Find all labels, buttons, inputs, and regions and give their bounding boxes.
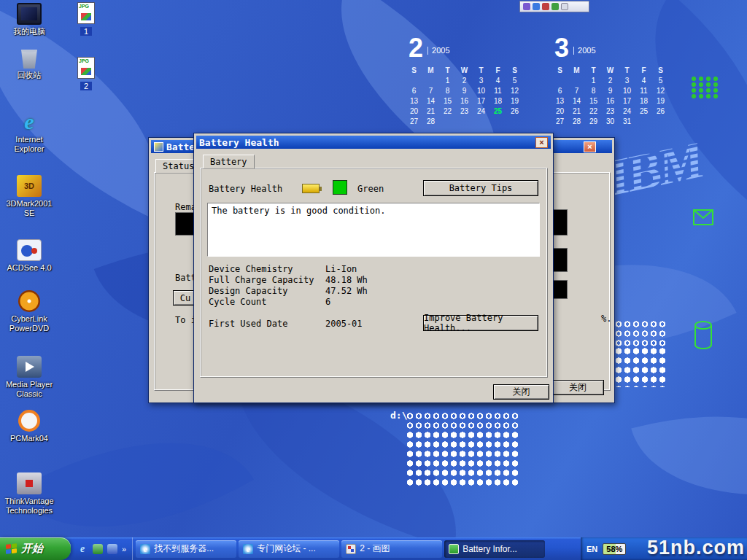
calendar-day: 11 (489, 87, 506, 96)
calendar-day: 2 (456, 77, 473, 86)
calendar-day: 27 (406, 117, 422, 127)
task-forum[interactable]: e 专门网论坛 - ... (239, 540, 339, 558)
language-indicator[interactable]: EN (587, 545, 597, 553)
desktop-icon-thinkvantage[interactable]: ThinkVantage Technologies (1, 472, 57, 516)
calendar-day: 21 (422, 107, 439, 117)
calendar-day: 17 (619, 97, 635, 106)
close-icon[interactable]: × (535, 137, 548, 148)
calendar-day: 19 (652, 97, 669, 106)
paint-icon (346, 544, 356, 554)
calendar-day: 2 (602, 77, 619, 86)
internet-explorer-icon: e (17, 111, 42, 133)
calendar-day-header: S (551, 66, 568, 76)
field-value: Li-Ion (325, 264, 357, 274)
field-label: Cycle Count (209, 297, 266, 307)
close-icon[interactable]: × (584, 141, 596, 152)
show-desktop-icon[interactable] (107, 544, 117, 554)
calendar-day: 31 (619, 117, 635, 127)
media-icon[interactable] (93, 544, 103, 554)
calendar-day: 7 (568, 87, 585, 96)
calendar-day: 13 (406, 97, 422, 106)
calendar-day: 13 (551, 97, 568, 106)
field-label: Device Chemistry (209, 264, 293, 274)
tab-battery[interactable]: Battery (203, 155, 255, 168)
field-label: Design Capacity (209, 286, 287, 296)
icon-label: Internet Explorer (1, 135, 57, 154)
desktop-icon-pcmark04[interactable]: PCMark04 (1, 410, 57, 443)
powerdvd-icon (18, 290, 40, 312)
task-paint[interactable]: 2 - 画图 (341, 540, 442, 558)
halftone-dots (406, 430, 518, 487)
health-status-swatch (333, 180, 347, 195)
internet-explorer-icon: e (243, 544, 253, 554)
calendar-day: 6 (551, 87, 568, 96)
calendar-day: 11 (635, 87, 652, 96)
calendar-day: 29 (585, 117, 602, 127)
calendar-day: 1 (439, 77, 456, 86)
desktop-icon-powerdvd[interactable]: CyberLink PowerDVD (1, 290, 57, 333)
calendar-day: 24 (619, 107, 635, 117)
desktop-icon-acdsee[interactable]: ACDSee 4.0 (1, 239, 57, 273)
task-battery-information[interactable]: Battery Infor... (444, 540, 545, 558)
field-value: 48.18 Wh (325, 275, 368, 285)
improve-battery-health-button[interactable]: Improve Battery Health... (423, 315, 538, 331)
jpg-badge: JPG (79, 4, 89, 9)
mute-icon[interactable] (542, 3, 549, 10)
calendar-day-header: M (422, 66, 439, 76)
display-icon[interactable] (551, 3, 559, 10)
icon-label: 回收站 (1, 71, 57, 80)
keyboard-icon[interactable] (561, 3, 568, 10)
envelope-icon (693, 209, 713, 228)
gauge-segment (551, 280, 568, 299)
close-button[interactable]: 关闭 (493, 384, 549, 400)
window-title: Batte (166, 141, 195, 152)
desktop-file-2[interactable]: JPG 2 (66, 57, 107, 92)
calendar-day: 15 (585, 97, 602, 106)
desktop-file-1[interactable]: JPG 1 (66, 2, 107, 37)
internet-explorer-icon: e (140, 544, 150, 554)
brightness-icon[interactable] (533, 3, 540, 10)
halftone-dots (406, 411, 518, 430)
calendar-day: 24 (473, 107, 489, 117)
condition-textbox[interactable]: The battery is in good condition. (207, 203, 540, 257)
close-button[interactable]: 关闭 (551, 380, 604, 395)
dialog-titlebar[interactable]: Battery Health (196, 136, 551, 149)
thinkvantage-icon (17, 472, 42, 494)
taskbar: 开始 e » e 找不到服务器... e 专门网论坛 - ... 2 - 画图 … (0, 537, 747, 560)
cylinder-icon (693, 319, 713, 354)
calendar-day-header: W (602, 66, 619, 76)
drive-label: d:\ (390, 410, 407, 421)
calendar-day-header: W (456, 66, 473, 76)
calendar-day (652, 117, 669, 127)
calendar-day: 28 (568, 117, 585, 127)
calendar-day-header: T (585, 66, 602, 76)
calendar-day-header: F (489, 66, 506, 76)
desktop-icon-media-player-classic[interactable]: Media Player Classic (1, 356, 57, 399)
calendar-day: 20 (406, 107, 422, 117)
calendar-day: 16 (456, 97, 473, 106)
battery-percent-indicator[interactable]: 58% (603, 543, 626, 555)
volume-icon[interactable] (523, 3, 530, 10)
calendar-day-header: S (506, 66, 523, 76)
calendar-day: 22 (439, 107, 456, 117)
desktop-icon-3dmark2001[interactable]: 3D 3DMark2001 SE (1, 175, 57, 218)
task-server-not-found[interactable]: e 找不到服务器... (136, 540, 236, 558)
watermark: 51nb.com (647, 537, 745, 559)
calendar-day: 12 (506, 87, 523, 96)
dialog-title: Battery Health (199, 137, 279, 148)
calendar-day: 20 (551, 107, 568, 117)
calendar-day: 8 (439, 87, 456, 96)
icon-label: CyberLink PowerDVD (1, 314, 57, 333)
chevron-icon[interactable]: » (122, 545, 126, 553)
start-button[interactable]: 开始 (0, 537, 71, 560)
calendar-grid: SMTWTFS123456789101112131415161718192021… (406, 66, 523, 127)
battery-tips-button[interactable]: Battery Tips (423, 180, 538, 196)
icon-label: 3DMark2001 SE (1, 199, 57, 218)
desktop-icon-recycle-bin[interactable]: 回收站 (1, 47, 57, 80)
calendar-day (506, 117, 523, 127)
pcmark-icon (18, 410, 40, 432)
internet-explorer-icon[interactable]: e (77, 543, 88, 555)
desktop-icon-my-computer[interactable]: 我的电脑 (1, 3, 57, 36)
start-label: 开始 (21, 542, 43, 556)
desktop-icon-internet-explorer[interactable]: e Internet Explorer (1, 111, 57, 154)
